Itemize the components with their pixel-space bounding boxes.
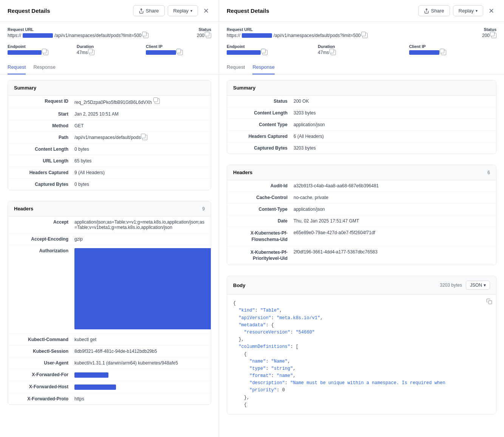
summary-row-content-length: Content Length 0 bytes bbox=[8, 144, 211, 155]
right-header-flowschema-uid: X-Kubernetes-Pf-Flowschema-Uid e65e89e0-… bbox=[227, 227, 496, 246]
right-close-button[interactable]: ✕ bbox=[486, 6, 496, 16]
tab-request-right[interactable]: Request bbox=[227, 60, 245, 74]
x-forwarded-host-redacted bbox=[74, 384, 116, 390]
right-duration-field: Duration 47ms bbox=[318, 44, 405, 55]
right-url-copy-icon[interactable] bbox=[362, 33, 368, 38]
endpoint-copy-icon[interactable] bbox=[43, 50, 48, 55]
right-header-content-type: Content-Type application/json bbox=[227, 204, 496, 215]
left-url-value: https:// /api/v1/namespaces/default/pods… bbox=[8, 33, 194, 38]
left-close-button[interactable]: ✕ bbox=[201, 6, 211, 16]
header-row-x-forwarded-for: X-Forwarded-For bbox=[8, 369, 211, 381]
left-duration-field: Duration 47ms bbox=[77, 44, 142, 55]
right-panel-title: Request Details bbox=[227, 8, 269, 14]
left-tabs: Request Response bbox=[0, 60, 219, 75]
right-panel: Request Details Share Replay ▾ ✕ Request… bbox=[219, 0, 504, 437]
url-redacted-bar bbox=[23, 33, 53, 38]
right-meta-row: Endpoint Duration 47ms Client IP bbox=[219, 42, 504, 60]
right-client-ip-copy-icon[interactable] bbox=[441, 50, 446, 55]
copy-json-button[interactable] bbox=[486, 298, 492, 306]
summary-row-path: Path /api/v1/namespaces/default/pods bbox=[8, 132, 211, 144]
right-client-ip-redacted-bar bbox=[409, 50, 439, 55]
left-headers-section: Headers 9 Accept application/json;as=Tab… bbox=[8, 201, 211, 405]
header-row-kubectl-command: Kubectl-Command kubectl get bbox=[8, 334, 211, 346]
right-header-date: Date Thu, 02 Jan 2025 17:51:47 GMT bbox=[227, 215, 496, 227]
right-endpoint-field: Endpoint bbox=[227, 44, 314, 55]
left-request-url-section: Request URL https:// /api/v1/namespaces/… bbox=[0, 22, 219, 42]
left-summary-title: Summary bbox=[14, 85, 36, 91]
body-format-chevron: ▾ bbox=[484, 283, 486, 288]
right-headers-table: Audit-Id a32b91f3-c4ab-4aa8-aa68-687e6b3… bbox=[227, 180, 496, 265]
left-summary-section: Summary Request ID req_2r5Dzpa0Pko5fbB91… bbox=[8, 80, 211, 190]
right-status-copy-icon[interactable] bbox=[491, 33, 496, 38]
summary-row-captured-bytes: Captured Bytes 0 bytes bbox=[8, 179, 211, 190]
tab-response-right[interactable]: Response bbox=[252, 60, 275, 74]
client-ip-redacted-bar bbox=[146, 50, 176, 55]
header-row-x-forwarded-proto: X-Forwarded-Proto https bbox=[8, 393, 211, 405]
status-copy-icon[interactable] bbox=[206, 33, 211, 38]
duration-copy-icon[interactable] bbox=[89, 50, 94, 55]
right-headers-title: Headers bbox=[233, 170, 252, 175]
right-header-prioritylevel-uid: X-Kubernetes-Pf-Prioritylevel-Uid 2f0df1… bbox=[227, 246, 496, 265]
authorization-redacted-block bbox=[74, 248, 211, 329]
right-url-redacted-bar bbox=[242, 33, 272, 38]
header-row-accept: Accept application/json;as=Table;v=v1;g=… bbox=[8, 216, 211, 233]
left-meta-row: Endpoint Duration 47ms Client IP bbox=[0, 42, 219, 60]
right-summary-row-headers-captured: Headers Captured 6 (All Headers) bbox=[227, 131, 496, 142]
right-summary-section: Summary Status 200 OK Content Length 320… bbox=[227, 80, 496, 154]
body-format-button[interactable]: JSON ▾ bbox=[466, 281, 490, 290]
header-row-authorization: Authorization bbox=[8, 245, 211, 334]
summary-row-start: Start Jan 2, 2025 10:51 AM bbox=[8, 108, 211, 120]
chevron-down-icon: ▾ bbox=[190, 9, 192, 13]
left-client-ip-field: Client IP bbox=[146, 44, 211, 55]
right-endpoint-copy-icon[interactable] bbox=[262, 50, 267, 55]
left-replay-button[interactable]: Replay ▾ bbox=[168, 5, 198, 16]
header-row-user-agent: User-Agent kubectl/v1.31.1 (darwin/arm64… bbox=[8, 357, 211, 369]
right-headers-section: Headers 6 Audit-Id a32b91f3-c4ab-4aa8-aa… bbox=[227, 165, 496, 265]
right-url-label: Request URL bbox=[227, 27, 479, 32]
share-icon bbox=[139, 8, 144, 14]
body-size: 3203 bytes bbox=[440, 283, 462, 288]
client-ip-copy-icon[interactable] bbox=[178, 50, 183, 55]
right-header-actions: Share Replay ▾ ✕ bbox=[418, 5, 496, 16]
right-summary-header: Summary bbox=[227, 80, 496, 96]
left-share-button[interactable]: Share bbox=[133, 5, 165, 16]
right-body-content: { "kind": "Table", "apiVersion": "meta.k… bbox=[227, 295, 496, 414]
left-headers-table: Accept application/json;as=Table;v=v1;g=… bbox=[8, 216, 211, 405]
left-panel-header: Request Details Share Replay ▾ ✕ bbox=[0, 0, 219, 22]
right-share-button[interactable]: Share bbox=[418, 5, 450, 16]
left-headers-count: 9 bbox=[202, 206, 205, 212]
summary-row-url-length: URL Length 65 bytes bbox=[8, 155, 211, 167]
right-headers-count: 6 bbox=[487, 170, 490, 175]
right-panel-header: Request Details Share Replay ▾ ✕ bbox=[219, 0, 504, 22]
left-panel: Request Details Share Replay ▾ ✕ Request… bbox=[0, 0, 219, 437]
body-controls: 3203 bytes JSON ▾ bbox=[440, 281, 490, 290]
right-header-cache-control: Cache-Control no-cache, private bbox=[227, 192, 496, 204]
right-summary-title: Summary bbox=[233, 85, 255, 91]
left-status-value: 200 bbox=[197, 33, 211, 38]
svg-rect-0 bbox=[489, 301, 492, 304]
summary-row-headers-captured: Headers Captured 9 (All Headers) bbox=[8, 167, 211, 179]
header-row-x-forwarded-host: X-Forwarded-Host bbox=[8, 381, 211, 393]
tab-response-left[interactable]: Response bbox=[33, 60, 56, 74]
tab-request-left[interactable]: Request bbox=[8, 60, 26, 74]
right-duration-copy-icon[interactable] bbox=[331, 50, 336, 55]
left-headers-header: Headers 9 bbox=[8, 201, 211, 216]
right-status-value: 200 bbox=[482, 33, 496, 38]
path-copy-icon[interactable] bbox=[142, 135, 147, 140]
right-summary-row-content-length: Content Length 3203 bytes bbox=[227, 107, 496, 119]
right-request-url-section: Request URL https:// /api/v1/namespaces/… bbox=[219, 22, 504, 42]
right-summary-row-status: Status 200 OK bbox=[227, 96, 496, 107]
right-status-label: Status bbox=[482, 27, 496, 32]
right-replay-button[interactable]: Replay ▾ bbox=[453, 5, 483, 16]
right-body-section: Body 3203 bytes JSON ▾ { "kind": "Table"… bbox=[227, 276, 496, 414]
url-copy-icon[interactable] bbox=[143, 33, 148, 38]
left-summary-header: Summary bbox=[8, 80, 211, 96]
req-id-copy-icon[interactable] bbox=[155, 99, 160, 104]
header-row-accept-encoding: Accept-Encoding gzip bbox=[8, 233, 211, 245]
right-summary-table: Status 200 OK Content Length 3203 bytes … bbox=[227, 96, 496, 154]
right-summary-row-content-type: Content Type application/json bbox=[227, 119, 496, 131]
left-headers-title: Headers bbox=[14, 206, 33, 212]
right-summary-row-captured-bytes: Captured Bytes 3203 bytes bbox=[227, 142, 496, 154]
endpoint-redacted-bar bbox=[8, 50, 42, 55]
right-share-icon bbox=[424, 8, 429, 14]
